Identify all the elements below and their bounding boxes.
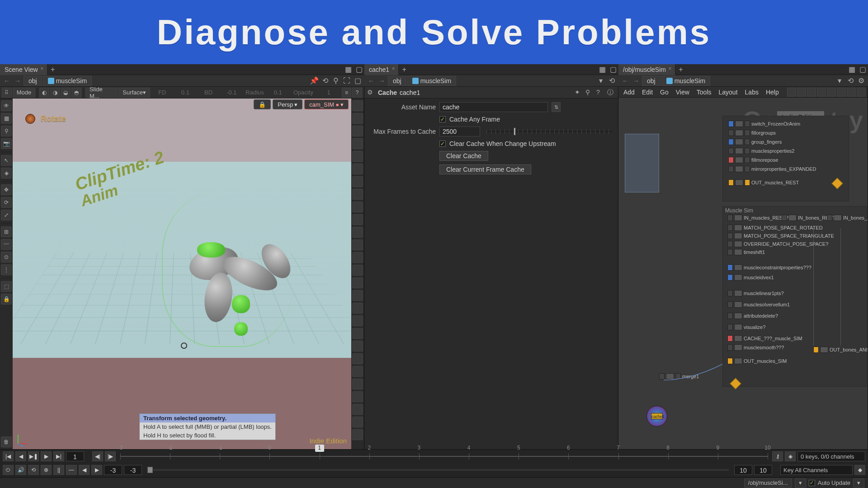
- network-node[interactable]: visualize?: [727, 324, 765, 330]
- pane-max-icon[interactable]: ▢: [608, 65, 618, 74]
- net-tool-d-icon[interactable]: [817, 88, 826, 97]
- disp-a-icon[interactable]: [352, 100, 363, 111]
- disp-f-icon[interactable]: [352, 164, 363, 174]
- network-node[interactable]: IN_bones_ANIM: [827, 215, 868, 221]
- net-tool-f-icon[interactable]: [837, 88, 846, 97]
- network-node-cache-selected[interactable]: cache1: [646, 406, 667, 427]
- range-next-icon[interactable]: ▶: [91, 465, 102, 475]
- menu-go[interactable]: Go: [657, 89, 672, 96]
- nav-back-icon[interactable]: ←: [366, 76, 376, 86]
- disp-opts-icon[interactable]: [352, 429, 363, 440]
- disp-m-icon[interactable]: [352, 252, 363, 263]
- link-icon[interactable]: ⟲: [320, 76, 330, 86]
- audio-toggle[interactable]: 🔊: [15, 465, 26, 475]
- disp-p-icon[interactable]: [352, 290, 363, 301]
- first-frame-button[interactable]: |◀: [3, 451, 14, 461]
- tab-scene-view[interactable]: Scene View×: [0, 64, 47, 75]
- realtime-toggle[interactable]: ⏲: [3, 465, 14, 475]
- close-icon[interactable]: ×: [390, 66, 396, 72]
- scope-button[interactable]: ◈: [785, 451, 796, 461]
- node-name-field[interactable]: cache1: [400, 89, 420, 96]
- disp-i-icon[interactable]: [352, 202, 363, 212]
- move-tool-icon[interactable]: ✥: [1, 184, 12, 195]
- network-node[interactable]: switch_FrozenOrAnim: [728, 121, 800, 127]
- disp-opts-icon[interactable]: ≡: [342, 88, 352, 98]
- help-icon[interactable]: ?: [596, 89, 604, 97]
- range-slider[interactable]: [147, 469, 729, 471]
- range-d-icon[interactable]: —: [66, 465, 77, 475]
- pane-max-icon[interactable]: ▢: [857, 65, 868, 74]
- disp-g-icon[interactable]: [352, 176, 363, 187]
- disp-t-icon[interactable]: [352, 341, 363, 352]
- link-icon[interactable]: ⟲: [607, 76, 617, 86]
- tab-add-button[interactable]: +: [399, 66, 410, 74]
- close-icon[interactable]: ×: [39, 66, 45, 72]
- play-fwd-button[interactable]: ▶: [41, 451, 52, 461]
- disp-e-icon[interactable]: [352, 151, 363, 162]
- autokey-button[interactable]: ⚷: [772, 451, 783, 461]
- disp-j-icon[interactable]: [352, 214, 363, 225]
- disp-x-icon[interactable]: [352, 391, 363, 402]
- network-node[interactable]: fillorgroups: [728, 130, 776, 136]
- network-node[interactable]: musclesmooth???: [727, 344, 784, 351]
- network-node-output[interactable]: OUT_muscles_REST: [728, 179, 799, 186]
- lock-camera-icon[interactable]: 🔒: [254, 99, 271, 109]
- asset-stepper-icon[interactable]: ⇅: [552, 102, 561, 112]
- playhead[interactable]: 1: [315, 445, 324, 452]
- nav-fwd-icon[interactable]: →: [377, 76, 387, 86]
- viewport[interactable]: 🔒 Persp▾ cam_SIM ●▾ Rotate ClipTime: 2 A…: [13, 99, 351, 449]
- menu-edit[interactable]: Edit: [639, 89, 656, 96]
- key-all-dropdown[interactable]: Key All Channels: [780, 465, 853, 475]
- cplane-lock-icon[interactable]: 🔒: [1, 294, 12, 305]
- menu-tools[interactable]: Tools: [693, 89, 715, 96]
- snap-grid-icon[interactable]: ⊞: [1, 226, 12, 237]
- crumb-obj[interactable]: obj: [388, 76, 406, 86]
- pin-icon[interactable]: 📌: [309, 76, 319, 86]
- slide-dropdown[interactable]: Slide M...: [85, 88, 118, 98]
- crumb-node[interactable]: muscleSim: [661, 76, 710, 86]
- network-node[interactable]: MATCH_POSE_SPACE_TRIANGULATE: [727, 233, 834, 239]
- handle-icon[interactable]: ⠿: [2, 88, 12, 98]
- cook-menu-icon[interactable]: ▾: [795, 479, 806, 488]
- disp-w-icon[interactable]: [352, 379, 363, 389]
- opacity-value[interactable]: 1: [317, 88, 340, 98]
- network-node[interactable]: IN_muscles_REST?: [727, 215, 788, 221]
- current-frame-input[interactable]: 1: [66, 451, 84, 461]
- disp-o-icon[interactable]: [352, 277, 363, 288]
- auto-update-menu-icon[interactable]: ▾: [853, 479, 864, 488]
- find-icon[interactable]: ⚲: [331, 76, 341, 86]
- disp-n-icon[interactable]: [352, 265, 363, 276]
- render-region-icon[interactable]: ▦: [1, 113, 12, 124]
- asset-name-input[interactable]: [439, 102, 548, 112]
- disp-l-icon[interactable]: [352, 239, 363, 250]
- network-node[interactable]: group_fingers: [728, 139, 782, 145]
- nav-fwd-icon[interactable]: →: [631, 76, 641, 86]
- menu-view[interactable]: View: [673, 89, 693, 96]
- disp-k-icon[interactable]: [352, 227, 363, 238]
- pin-icon[interactable]: ▾: [596, 76, 606, 86]
- bd-value[interactable]: -0.1: [221, 88, 243, 98]
- range-prev-icon[interactable]: ◀: [79, 465, 90, 475]
- pin-icon[interactable]: ▾: [835, 76, 844, 86]
- brush-d-icon[interactable]: ◓: [71, 88, 81, 98]
- net-tool-a-icon[interactable]: [787, 88, 796, 97]
- mode-dropdown[interactable]: Mode: [13, 88, 36, 98]
- network-node[interactable]: musclesproperties2: [728, 148, 794, 154]
- pane-menu-icon[interactable]: ▦: [597, 65, 608, 74]
- nav-fwd-icon[interactable]: →: [13, 76, 23, 86]
- clear-upstream-checkbox[interactable]: ✓: [439, 141, 446, 147]
- gear-icon[interactable]: ⚙: [856, 76, 866, 86]
- next-key-button[interactable]: |▶: [105, 451, 116, 461]
- net-tool-e-icon[interactable]: [827, 88, 836, 97]
- disp-b-icon[interactable]: [352, 113, 363, 124]
- auto-update-checkbox[interactable]: ✓: [809, 480, 815, 486]
- cache-any-frame-checkbox[interactable]: ✓: [439, 116, 446, 122]
- close-icon[interactable]: ×: [667, 66, 673, 72]
- range-end-global[interactable]: 10: [754, 465, 772, 475]
- gear-icon[interactable]: ✦: [575, 89, 583, 97]
- net-tool-g-icon[interactable]: [847, 88, 856, 97]
- select-tool-icon[interactable]: ↖: [1, 155, 12, 166]
- cplane-icon[interactable]: ⬚: [1, 281, 12, 292]
- crumb-node[interactable]: muscleSim: [407, 76, 456, 86]
- camera-dropdown[interactable]: cam_SIM ●▾: [304, 99, 349, 109]
